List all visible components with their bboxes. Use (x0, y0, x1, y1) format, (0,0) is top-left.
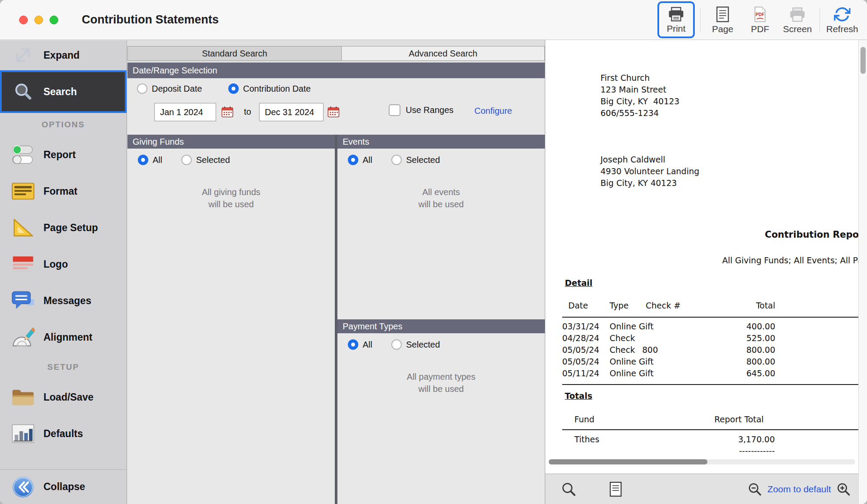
to-date-input[interactable]: Dec 31 2024 (259, 103, 323, 121)
window-title: Contribution Statements (82, 0, 219, 40)
giving-funds-all-radio-circle (138, 155, 148, 165)
expand-label: Expand (43, 50, 80, 61)
giving-funds-selected-radio[interactable]: Selected (181, 155, 230, 165)
bar-chart-icon (10, 424, 37, 443)
row-total: 800.00 (694, 357, 775, 366)
giving-funds-section: Giving Funds All Selected All giving fun… (127, 135, 335, 504)
sidebar-item-logo[interactable]: Logo (0, 246, 127, 282)
search-panel: Standard Search Advanced Search Date/Ran… (127, 40, 545, 504)
from-date-calendar-button[interactable] (220, 105, 234, 119)
minimize-button[interactable] (34, 16, 43, 24)
col-date: Date (562, 301, 610, 310)
row-date: 04/28/24 (562, 333, 610, 343)
totals-heading: Totals (565, 391, 592, 401)
format-label: Format (43, 186, 77, 197)
events-all-radio[interactable]: All (348, 155, 372, 165)
pdf-button[interactable]: PDF PDF (741, 5, 779, 34)
sidebar-item-load-save[interactable]: Load/Save (0, 379, 127, 415)
sidebar-item-messages[interactable]: Messages (0, 282, 127, 319)
events-header: Events (337, 135, 545, 149)
sidebar-spacer (0, 452, 127, 469)
detail-rule-top (562, 317, 859, 318)
row-total: 525.00 (694, 333, 775, 343)
zoom-to-default-link[interactable]: Zoom to default (767, 484, 831, 494)
sidebar-item-collapse[interactable]: Collapse (0, 469, 127, 504)
giving-funds-header: Giving Funds (127, 135, 335, 149)
sidebar-item-page-setup[interactable]: Page Setup (0, 209, 127, 246)
svg-text:PDF: PDF (756, 12, 764, 17)
church-name: First Church (600, 72, 680, 84)
col-type: Type (610, 301, 642, 310)
payment-types-selected-radio[interactable]: Selected (391, 339, 440, 350)
events-selected-radio[interactable]: Selected (391, 155, 440, 165)
print-button[interactable]: Print (657, 1, 695, 38)
sidebar-item-defaults[interactable]: Defaults (0, 415, 127, 452)
row-date: 03/31/24 (562, 322, 610, 331)
print-label: Print (667, 23, 685, 34)
events-section: Events All Selected All events will be u… (337, 135, 545, 504)
screen-label: Screen (783, 24, 812, 34)
sidebar-item-format[interactable]: Format (0, 173, 127, 209)
row-date: 05/05/24 (562, 345, 610, 355)
giving-funds-selected-radio-circle (181, 155, 192, 165)
refresh-button[interactable]: Refresh (824, 5, 861, 34)
pdf-icon: PDF (753, 5, 767, 23)
sidebar-item-report[interactable]: Report (0, 136, 127, 173)
events-all-label: All (363, 155, 372, 165)
preview-magnifier-icon[interactable] (561, 481, 577, 497)
date-range-to-label: to (244, 107, 251, 117)
contribution-date-radio[interactable]: Contribution Date (228, 83, 311, 94)
close-button[interactable] (19, 16, 28, 24)
from-date-input[interactable]: Jan 1 2024 (154, 103, 216, 121)
tab-standard-search[interactable]: Standard Search (127, 46, 341, 61)
events-selected-label: Selected (406, 155, 440, 165)
report-title: Contribution Report (765, 229, 859, 240)
toolbar-divider (700, 7, 700, 33)
preview-vertical-scrollbar[interactable] (858, 40, 867, 504)
tab-advanced-search[interactable]: Advanced Search (341, 46, 545, 61)
to-date-calendar-button[interactable] (327, 105, 340, 119)
use-ranges-checkbox[interactable]: Use Ranges (389, 104, 454, 116)
sidebar-item-expand[interactable]: Expand (0, 40, 127, 70)
configure-link[interactable]: Configure (474, 106, 512, 116)
date-range-header: Date/Range Selection (127, 63, 545, 78)
row-check: 800 (642, 345, 694, 355)
report-filters: All Giving Funds; All Events; All Payr (722, 255, 859, 265)
expand-icon (10, 44, 37, 66)
sidebar: Expand Search OPTIONS Report (0, 40, 127, 504)
deposit-date-radio[interactable]: Deposit Date (137, 83, 202, 94)
zoom-in-button[interactable] (836, 482, 851, 497)
hscroll-thumb[interactable] (549, 459, 707, 464)
toolbar: Print Page (657, 0, 861, 40)
preview-horizontal-scrollbar[interactable] (545, 458, 859, 466)
payment-types-note: All payment types will be used (337, 371, 545, 395)
search-icon (10, 82, 37, 102)
search-label: Search (43, 86, 77, 98)
row-date: 05/11/24 (562, 368, 610, 378)
messages-label: Messages (43, 295, 91, 307)
sidebar-section-options: OPTIONS (0, 113, 127, 136)
zoom-out-button[interactable] (747, 482, 762, 497)
refresh-label: Refresh (826, 24, 858, 34)
giving-funds-all-radio[interactable]: All (138, 155, 162, 165)
sidebar-item-search[interactable]: Search (0, 70, 127, 113)
payment-types-all-radio[interactable]: All (348, 339, 372, 350)
collapse-icon (10, 476, 37, 498)
use-ranges-checkbox-box (389, 104, 400, 116)
logo-label: Logo (43, 259, 68, 270)
page-button[interactable]: Page (704, 5, 741, 34)
vscroll-thumb[interactable] (860, 47, 866, 74)
messages-icon (10, 291, 37, 311)
row-total: 400.00 (694, 322, 775, 331)
screen-button[interactable]: Screen (779, 5, 816, 34)
deposit-date-radio-circle (137, 83, 147, 94)
maximize-button[interactable] (50, 16, 58, 24)
preview-page-layout-icon[interactable] (609, 481, 623, 497)
sidebar-item-alignment[interactable]: Alignment (0, 319, 127, 355)
events-all-radio-circle (348, 155, 358, 165)
totals-report-col: Report Total (714, 414, 764, 424)
collapse-label: Collapse (43, 481, 85, 493)
row-total: 645.00 (694, 368, 775, 378)
search-tabs: Standard Search Advanced Search (127, 46, 545, 61)
col-total: Total (694, 301, 775, 310)
